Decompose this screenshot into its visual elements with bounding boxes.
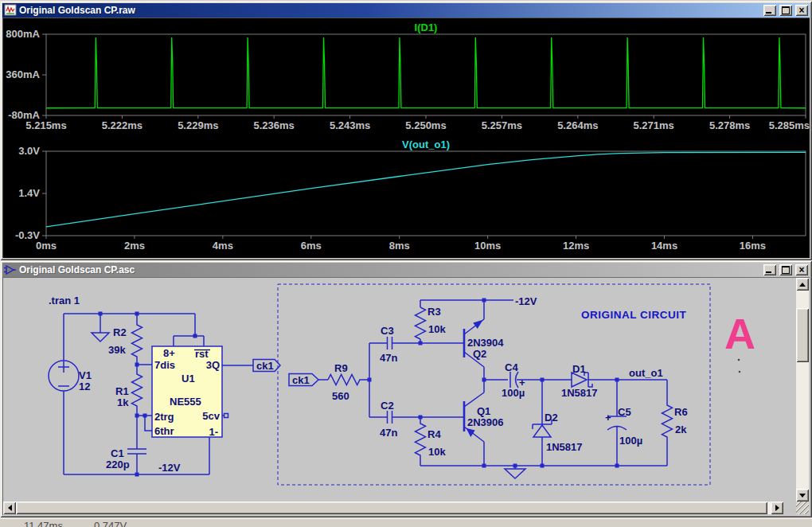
scroll-left-button[interactable] xyxy=(3,502,16,514)
x-tick-label: 4ms xyxy=(213,240,233,252)
d2-ref[interactable]: D2 xyxy=(545,412,558,424)
horizontal-scrollbar[interactable] xyxy=(3,502,783,514)
r4-ref[interactable]: R4 xyxy=(427,428,441,440)
r3-ref[interactable]: R3 xyxy=(427,306,441,318)
arrow-down-icon xyxy=(799,494,806,501)
r6-value[interactable]: 2k xyxy=(675,424,687,435)
minimize-button[interactable] xyxy=(763,5,776,16)
r3-value[interactable]: 10k xyxy=(428,323,446,335)
scroll-up-button[interactable] xyxy=(796,278,809,291)
schematic-window: Original Goldscan CP.asc × xyxy=(0,260,812,517)
c3-ref[interactable]: C3 xyxy=(381,325,394,337)
c5-ref[interactable]: C5 xyxy=(618,406,631,418)
scroll-down-button[interactable] xyxy=(796,489,809,502)
y-tick-label: 3.0V xyxy=(18,145,40,157)
c2-ref[interactable]: C2 xyxy=(381,400,394,412)
d2-value[interactable]: 1N5817 xyxy=(546,441,583,453)
horizontal-scroll-thumb[interactable] xyxy=(16,502,767,514)
maximize-button[interactable] xyxy=(779,5,792,16)
vneg-label-right[interactable]: -12V xyxy=(515,295,537,307)
r2-value[interactable]: 39k xyxy=(108,344,126,356)
close-button[interactable]: × xyxy=(795,5,808,16)
r9-ref[interactable]: R9 xyxy=(334,362,348,374)
x-tick-label: 2ms xyxy=(124,240,145,252)
minimize-icon xyxy=(766,12,771,14)
marker-letter-a[interactable]: A xyxy=(724,310,755,357)
minimize-icon xyxy=(766,271,771,273)
waveform-plots-svg[interactable]: I(D1)800mA360mA-80mA5.215ms5.222ms5.229m… xyxy=(2,18,810,258)
r2-ref[interactable]: R2 xyxy=(113,326,127,338)
r9-value[interactable]: 560 xyxy=(332,390,349,402)
waveform-plot-area[interactable]: I(D1)800mA360mA-80mA5.215ms5.222ms5.229m… xyxy=(2,18,810,258)
close-icon: × xyxy=(798,265,804,275)
schematic-svg[interactable]: 8+ rst 7dis 3Q U1 NE555 2trg 5cv 6thr 1- xyxy=(3,278,796,502)
x-tick-label: 0ms xyxy=(36,240,57,252)
x-tick-label: 5.215ms xyxy=(25,119,66,131)
x-tick-label: 12ms xyxy=(563,240,589,252)
r1-ref[interactable]: R1 xyxy=(115,385,129,397)
u1-pin6-label: 6thr xyxy=(154,425,174,437)
d1-value[interactable]: 1N5817 xyxy=(561,387,598,399)
ck1-out-flag-label[interactable]: ck1 xyxy=(256,360,274,372)
v1-value[interactable]: 12 xyxy=(79,381,90,392)
schematic-canvas[interactable]: 8+ rst 7dis 3Q U1 NE555 2trg 5cv 6thr 1- xyxy=(2,277,810,515)
vertical-scroll-thumb[interactable] xyxy=(796,308,809,362)
ck1-in-flag-label[interactable]: ck1 xyxy=(292,374,310,386)
c1-ref[interactable]: C1 xyxy=(111,447,124,459)
waveform-pane-0[interactable]: I(D1)800mA360mA-80mA5.215ms5.222ms5.229m… xyxy=(6,21,810,131)
d1-ref[interactable]: D1 xyxy=(572,363,586,375)
out-o1-net-label[interactable]: out_o1 xyxy=(629,367,663,379)
arrow-right-icon xyxy=(775,505,783,511)
r6-ref[interactable]: R6 xyxy=(674,406,688,418)
x-tick-label: 6ms xyxy=(301,240,322,252)
x-tick-label: 5.243ms xyxy=(330,119,370,131)
spice-directive[interactable]: .tran 1 xyxy=(49,295,80,306)
v1-ref[interactable]: V1 xyxy=(79,369,92,381)
maximize-icon xyxy=(782,266,790,274)
q2-ref[interactable]: Q2 xyxy=(473,348,486,360)
scroll-right-button[interactable] xyxy=(771,502,783,514)
r4-value[interactable]: 10k xyxy=(428,446,446,458)
schematic-window-title: Original Goldscan CP.asc xyxy=(19,264,760,275)
x-tick-label: 16ms xyxy=(740,240,766,252)
c4-value[interactable]: 100µ xyxy=(502,387,525,399)
vertical-scrollbar[interactable] xyxy=(796,278,809,502)
y-tick-label: 1.4V xyxy=(18,187,40,199)
x-tick-label: 5.222ms xyxy=(102,119,142,131)
arrow-up-icon xyxy=(799,279,806,287)
r1-value[interactable]: 1k xyxy=(117,396,129,408)
q1-value[interactable]: 2N3906 xyxy=(467,416,504,428)
waveform-pane-1[interactable]: V(out_o1)3.0V1.4V-0.3V0ms2ms4ms6ms8ms10m… xyxy=(15,139,806,252)
y-tick-label: 360mA xyxy=(6,68,40,80)
status-y-readout: 0.747V xyxy=(94,520,127,527)
x-tick-label: 14ms xyxy=(651,240,677,252)
waveform-window-titlebar[interactable]: Original Goldscan CP.raw × xyxy=(2,3,810,18)
stray-dot xyxy=(738,359,740,361)
component-U1-NE555[interactable]: 8+ rst 7dis 3Q U1 NE555 2trg 5cv 6thr 1- xyxy=(152,346,222,438)
c2-value[interactable]: 47n xyxy=(380,427,397,439)
close-button[interactable]: × xyxy=(795,264,808,275)
minimize-button[interactable] xyxy=(763,264,776,275)
q1-ref[interactable]: Q1 xyxy=(477,405,490,417)
vneg-label-left[interactable]: -12V xyxy=(158,462,181,474)
c1-value[interactable]: 220p xyxy=(106,459,130,470)
trace-V(out_o1)[interactable] xyxy=(46,152,806,226)
c3-value[interactable]: 47n xyxy=(380,352,397,364)
schematic-window-titlebar[interactable]: Original Goldscan CP.asc × xyxy=(2,263,810,277)
c4-ref[interactable]: C4 xyxy=(505,361,518,373)
pane-title: V(out_o1) xyxy=(402,139,450,150)
c5-value[interactable]: 100µ xyxy=(619,435,642,447)
trace-I(D1)[interactable] xyxy=(46,37,806,108)
q2-value[interactable]: 2N3904 xyxy=(467,337,504,349)
maximize-button[interactable] xyxy=(779,264,792,275)
waveform-window-title: Original Goldscan CP.raw xyxy=(19,5,760,16)
original-circuit-caption[interactable]: ORIGINAL CIRCUIT xyxy=(581,309,687,321)
close-icon: × xyxy=(798,6,804,15)
u1-pin7-label: 7dis xyxy=(154,359,175,371)
resize-grip[interactable] xyxy=(796,502,809,514)
u1-value: NE555 xyxy=(170,396,201,408)
waveform-window: Original Goldscan CP.raw × I(D1)800mA360… xyxy=(0,1,812,260)
x-tick-label: 5.285ms xyxy=(769,119,810,131)
status-x-readout: 11.47ms xyxy=(24,520,63,527)
u1-pin3-label: 3Q xyxy=(206,359,220,371)
